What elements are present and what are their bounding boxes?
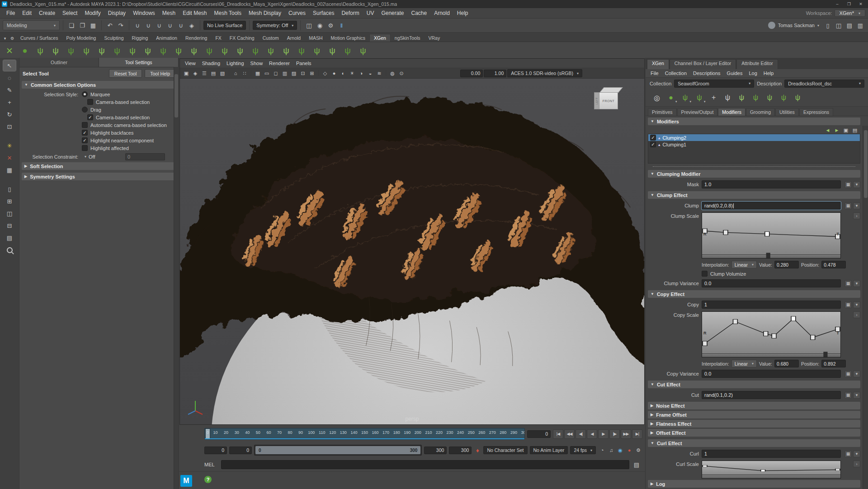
viewport-menu-lighting[interactable]: Lighting <box>223 61 247 66</box>
oversampling-icon[interactable]: ∷ <box>241 69 249 77</box>
menu-select[interactable]: Select <box>59 10 81 16</box>
redo-icon[interactable]: ↷ <box>116 20 126 30</box>
wireframe-icon[interactable]: ◇ <box>321 69 329 77</box>
modifier-list[interactable]: ▴Clumping2▴Clumping1 <box>648 134 860 164</box>
copy-variance-map-icon[interactable]: ▦ <box>844 371 852 377</box>
modifier-move-down-icon[interactable]: ► <box>833 126 841 134</box>
textured-icon[interactable]: ◐ <box>339 69 347 77</box>
clump-interpolation-dropdown[interactable]: Linear▾ <box>731 261 757 268</box>
menu-uv[interactable]: UV <box>363 10 378 16</box>
lights-icon[interactable]: ☀ <box>348 69 356 77</box>
xgen-tab-grooming[interactable]: Grooming <box>746 108 775 116</box>
isolate-select-icon[interactable]: ⊙ <box>397 69 406 77</box>
mask-field[interactable]: 1.0 <box>702 180 841 188</box>
anim-end-field[interactable]: 300 <box>424 447 447 454</box>
play-forwards-button[interactable]: ▶ <box>598 429 609 439</box>
snap-to-point-icon[interactable]: ∪ <box>154 20 164 30</box>
layout-outliner-icon[interactable]: ▤ <box>3 232 16 243</box>
xgen-menu-descriptions[interactable]: Descriptions <box>690 71 724 76</box>
layout-single-icon[interactable]: ▯ <box>3 183 16 194</box>
shelf-tab-arnold[interactable]: Arnold <box>283 34 305 42</box>
preview-primitives-icon[interactable]: ◎ <box>651 92 663 103</box>
menu-help[interactable]: Help <box>453 10 472 16</box>
grooming-tools-icon[interactable]: ψ <box>778 92 790 103</box>
lasso-select-tool[interactable]: ◌ <box>3 72 16 83</box>
mask-options-icon[interactable]: ▾ <box>853 181 860 188</box>
menu-create[interactable]: Create <box>35 10 59 16</box>
step-forward-key-button[interactable]: ▶▶ <box>621 429 631 439</box>
shelf-tab-vray[interactable]: VRay <box>424 34 444 42</box>
tab-attribute-editor[interactable]: Attribute Editor <box>736 59 778 69</box>
bookmarks-icon[interactable]: ▤ <box>209 69 217 77</box>
modifier-move-up-icon[interactable]: ◄ <box>824 126 832 134</box>
save-scene-icon[interactable]: ▦ <box>88 20 98 30</box>
set-key-icon[interactable]: ♦ <box>474 445 481 455</box>
step-back-key-button[interactable]: ◀◀ <box>564 429 575 439</box>
snap-to-view-plane-icon[interactable]: ∪ <box>176 20 186 30</box>
add-primitives-icon-menu[interactable]: ▾ <box>690 100 692 103</box>
playback-start-field[interactable]: 0 <box>204 447 227 454</box>
tab-xgen[interactable]: XGen <box>647 59 669 69</box>
go-to-start-button[interactable]: |◀ <box>553 429 563 439</box>
xgen-tab-utilities[interactable]: Utilities <box>775 108 799 116</box>
mute-icon[interactable]: ♫ <box>607 446 615 454</box>
workspace-dropdown[interactable]: XGen*▾ <box>835 9 865 17</box>
range-slider[interactable]: 0 300 <box>254 445 422 456</box>
xgen-tab-preview-output[interactable]: Preview/Output <box>677 108 718 116</box>
guides-toggle-icon[interactable]: ψ <box>722 92 734 103</box>
section-offset-effect[interactable]: ▶Offset Effect <box>648 429 860 437</box>
modifier-enabled-checkbox[interactable] <box>650 141 656 147</box>
reset-tool-button[interactable]: Reset Tool <box>109 69 142 78</box>
panel-layout-icon[interactable]: ◫ <box>834 20 844 30</box>
shelf-tab-animation[interactable]: Animation <box>152 34 181 42</box>
live-surface-field[interactable]: No Live Surface <box>203 21 246 30</box>
film-gate-icon[interactable]: ▭ <box>263 69 271 77</box>
anti-alias-icon[interactable]: ≋ <box>375 69 383 77</box>
width-brush-icon[interactable]: ψ <box>264 44 278 57</box>
paint-select-tool[interactable]: ✎ <box>3 85 16 95</box>
uv-grid-icon[interactable]: ▦ <box>3 165 16 175</box>
copy-variance-options-icon[interactable]: ▾ <box>853 371 860 377</box>
animation-preferences-icon[interactable]: ⚙ <box>634 446 642 454</box>
menu-display[interactable]: Display <box>104 10 129 16</box>
section-symmetry-settings[interactable]: ▶Symmetry Settings <box>22 173 176 180</box>
colorspace-dropdown[interactable]: ACES 1.0 SDR-video (sRGB)▾ <box>507 69 582 77</box>
playback-options-icon[interactable]: ◔ <box>598 446 606 454</box>
channel-box-toggle-icon[interactable]: ▤ <box>844 20 854 30</box>
field-chart-icon[interactable]: ▨ <box>290 69 298 77</box>
copy-options-icon[interactable]: ▾ <box>853 301 860 308</box>
smooth-brush-icon[interactable]: ψ <box>249 44 262 57</box>
shelf-tab-motion-graphics[interactable]: Motion Graphics <box>327 34 369 42</box>
snap-to-projected-center-icon[interactable]: ∪ <box>165 20 175 30</box>
gate-mask-icon[interactable]: ▥ <box>281 69 289 77</box>
copy-scale-expand-icon[interactable]: › <box>853 311 860 318</box>
close-button[interactable]: ✕ <box>855 1 866 7</box>
section-soft-selection[interactable]: ▶Soft Selection <box>22 162 176 170</box>
preview-refresh-icon[interactable]: ψ <box>764 92 776 103</box>
current-frame-field[interactable]: 0 <box>527 430 551 438</box>
menu-cache[interactable]: Cache <box>407 10 430 16</box>
shelf-tab-mash[interactable]: MASH <box>305 34 326 42</box>
marquee-radio[interactable] <box>82 91 88 97</box>
curl-scale-ramp[interactable] <box>702 461 841 479</box>
camera-attributes-icon[interactable]: ☰ <box>200 69 208 77</box>
section-cut-effect[interactable]: ▼Cut Effect <box>648 381 860 388</box>
clump-expression-field[interactable]: rand(0.2,0.8) <box>702 202 841 210</box>
shelf-tab-rendering[interactable]: Rendering <box>181 34 211 42</box>
minimize-button[interactable]: – <box>832 1 843 7</box>
set-region-icon[interactable]: + <box>708 92 720 103</box>
menu-deform[interactable]: Deform <box>338 10 363 16</box>
freeze-brush-icon[interactable]: ψ <box>279 44 293 57</box>
layout-side-by-side-icon[interactable]: ◫ <box>3 208 16 219</box>
expression-editor-icon[interactable]: ψ <box>792 92 804 103</box>
viewport-canvas[interactable]: LEFT FRONT persp <box>180 79 644 424</box>
anim-start-field[interactable]: 0 <box>229 447 252 454</box>
copy-interpolation-dropdown[interactable]: Linear▾ <box>731 360 757 367</box>
camera-based-selection-drag-checkbox[interactable] <box>87 114 93 120</box>
shelf-tab-custom[interactable]: Custom <box>259 34 283 42</box>
zoom-tool[interactable] <box>3 244 16 255</box>
cut-map-icon[interactable]: ▦ <box>844 392 852 399</box>
mask-map-icon[interactable]: ▦ <box>844 181 852 188</box>
cut-options-icon[interactable]: ▾ <box>853 392 860 399</box>
paint-effects-icon[interactable]: ✳ <box>3 140 16 151</box>
